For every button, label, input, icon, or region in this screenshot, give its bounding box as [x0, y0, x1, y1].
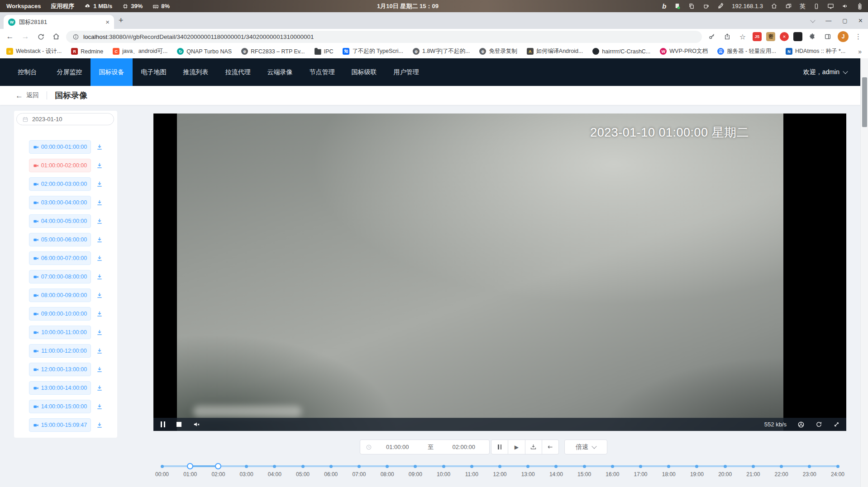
browser-tab[interactable]: W 国标28181 ×: [4, 15, 114, 29]
page-scrollbar[interactable]: [860, 58, 868, 487]
display-icon[interactable]: [827, 3, 834, 9]
address-bar[interactable]: localhost:38080/#/gbRecordDetail/3402000…: [66, 31, 702, 43]
download-range-button[interactable]: [525, 440, 542, 454]
bookmark-item[interactable]: ↻ QNAP Turbo NAS: [177, 48, 232, 55]
nav-item[interactable]: 拉流代理: [217, 58, 259, 86]
refresh-stream-icon[interactable]: [816, 421, 822, 428]
recording-range-button[interactable]: 12:00:00-13:00:00: [29, 363, 91, 376]
recording-range-button[interactable]: 08:00:00-09:00:00: [29, 288, 91, 302]
nav-item[interactable]: 电子地图: [133, 58, 175, 86]
ip-address-indicator[interactable]: 192.168.1.3: [732, 3, 763, 9]
app-indicator-b-icon[interactable]: b: [662, 3, 666, 9]
recording-range-button[interactable]: 04:00:00-05:00:00: [29, 214, 91, 228]
download-recording-button[interactable]: [96, 402, 104, 411]
workspaces-button[interactable]: Workspaces: [6, 3, 41, 9]
nav-item[interactable]: 分屏监控: [48, 58, 91, 86]
pause-button[interactable]: [491, 440, 508, 454]
recording-range-button[interactable]: 10:00:00-11:00:00: [29, 326, 91, 339]
download-recording-button[interactable]: [96, 365, 104, 374]
home-indicator-icon[interactable]: [771, 3, 777, 9]
back-link[interactable]: ← 返回: [15, 91, 39, 99]
playback-speed-dropdown[interactable]: 倍速: [564, 440, 607, 454]
nav-item[interactable]: 推流列表: [175, 58, 217, 86]
download-recording-button[interactable]: [96, 199, 104, 207]
bookmark-item[interactable]: W WVP-PRO文档: [660, 47, 708, 55]
clock-menu[interactable]: 1月10日 星期二 15：09: [377, 2, 439, 10]
extensions-puzzle-icon[interactable]: [807, 31, 818, 42]
recording-range-button[interactable]: 02:00:00-03:00:00: [29, 177, 91, 191]
bookmark-item[interactable]: 知 了不起的 TypeScri...: [343, 47, 403, 55]
browser-menu-icon[interactable]: ⋮: [853, 33, 863, 41]
bookmark-item[interactable]: C java、android可...: [113, 47, 167, 55]
extension-js-icon[interactable]: JS: [753, 32, 762, 41]
color-picker-icon[interactable]: [717, 3, 724, 9]
nav-item[interactable]: 国标设备: [91, 58, 133, 86]
download-recording-button[interactable]: [96, 254, 104, 262]
download-recording-button[interactable]: [96, 273, 104, 281]
scrollbar-thumb[interactable]: [862, 77, 867, 127]
profile-avatar[interactable]: J: [838, 31, 849, 42]
new-tab-button[interactable]: +: [119, 16, 124, 24]
bookmark-item[interactable]: R Redmine: [71, 48, 103, 55]
cpu-usage-indicator[interactable]: 39%: [122, 3, 143, 9]
clipboard-icon[interactable]: [688, 3, 695, 9]
share-icon[interactable]: [722, 31, 733, 42]
time-range-input[interactable]: 01:00:00 至 02:00:00: [360, 440, 490, 454]
recording-range-button[interactable]: 03:00:00-04:00:00: [29, 196, 91, 209]
download-recording-button[interactable]: [96, 143, 104, 151]
snapshot-aperture-icon[interactable]: [797, 421, 805, 428]
download-recording-button[interactable]: [96, 384, 104, 392]
download-recording-button[interactable]: [96, 161, 104, 170]
download-recording-button[interactable]: [96, 236, 104, 244]
input-method-indicator[interactable]: 英: [800, 2, 806, 10]
bookmark-item[interactable]: N HDAtmos :: 种子 *...: [786, 47, 845, 55]
download-recording-button[interactable]: [96, 347, 104, 355]
side-panel-icon[interactable]: [822, 31, 833, 42]
nav-item[interactable]: 国标级联: [343, 58, 385, 86]
tab-close-icon[interactable]: ×: [105, 19, 110, 25]
recording-range-button[interactable]: 01:00:00-02:00:00: [29, 159, 91, 172]
end-time-value[interactable]: 02:00:00: [439, 444, 490, 450]
windows-stack-icon[interactable]: [785, 3, 792, 9]
extension-gold-icon[interactable]: 密: [766, 32, 775, 41]
applications-button[interactable]: 应用程序: [51, 2, 74, 10]
download-recording-button[interactable]: [96, 421, 104, 429]
recording-range-button[interactable]: 09:00:00-10:00:00: [29, 307, 91, 321]
download-recording-button[interactable]: [96, 217, 104, 225]
recording-range-button[interactable]: 15:00:00-15:09:47: [29, 418, 91, 432]
bookmark-item[interactable]: ⊕ RFC2833 – RTP Ev...: [241, 48, 305, 55]
fullscreen-icon[interactable]: [833, 421, 840, 428]
network-speed-indicator[interactable]: 1 MB/s: [84, 3, 112, 9]
play-button[interactable]: ▶: [508, 440, 525, 454]
bookmark-item[interactable]: IPC: [315, 48, 334, 55]
user-menu[interactable]: 欢迎，admin: [803, 58, 847, 86]
volume-muted-icon[interactable]: [193, 421, 200, 428]
bookmark-item[interactable]: hairrrrr/C-CrashC...: [592, 48, 650, 55]
window-maximize-button[interactable]: ▢: [842, 18, 847, 24]
memory-usage-indicator[interactable]: 8%: [153, 3, 170, 9]
bookmark-item[interactable]: ⊕ 1.8W字|了不起的...: [413, 47, 470, 55]
video-surface[interactable]: [177, 113, 783, 431]
player-pause-icon[interactable]: [161, 421, 165, 427]
recording-range-button[interactable]: 00:00:00-01:00:00: [29, 140, 91, 154]
notes-indicator-icon[interactable]: [674, 3, 681, 9]
recording-range-button[interactable]: 07:00:00-08:00:00: [29, 270, 91, 284]
seek-back-button[interactable]: [542, 440, 559, 454]
nav-item[interactable]: 节点管理: [301, 58, 343, 86]
recording-range-button[interactable]: 14:00:00-15:00:00: [29, 400, 91, 413]
back-button[interactable]: ←: [5, 31, 15, 42]
bookmark-star-icon[interactable]: ☆: [737, 31, 748, 42]
date-picker-input[interactable]: 2023-01-10: [16, 113, 114, 125]
recording-range-button[interactable]: 11:00:00-12:00:00: [29, 344, 91, 358]
site-info-icon[interactable]: [72, 33, 79, 40]
window-close-button[interactable]: ×: [858, 17, 863, 25]
download-recording-button[interactable]: [96, 328, 104, 336]
coffee-caffeine-icon[interactable]: [703, 3, 710, 9]
download-recording-button[interactable]: [96, 310, 104, 318]
bookmarks-overflow-button[interactable]: »: [858, 48, 862, 55]
player-stop-icon[interactable]: [176, 422, 181, 427]
bookmark-item[interactable]: ≡ Webstack - 设计...: [6, 47, 62, 55]
recording-range-button[interactable]: 05:00:00-06:00:00: [29, 233, 91, 246]
start-time-value[interactable]: 01:00:00: [372, 444, 423, 450]
recording-range-button[interactable]: 13:00:00-14:00:00: [29, 381, 91, 395]
